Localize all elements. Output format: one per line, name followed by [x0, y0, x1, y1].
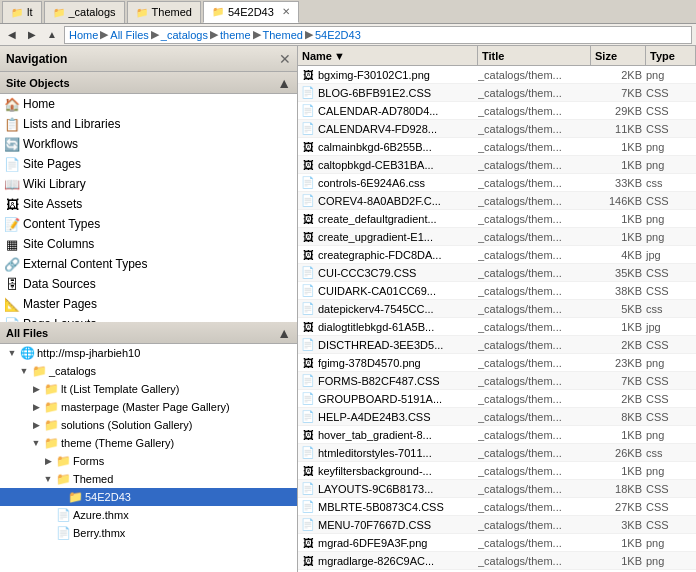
nav-item-wiki[interactable]: 📖 Wiki Library	[0, 174, 297, 194]
file-row[interactable]: 📄 CALENDAR-AD780D4... _catalogs/them... …	[298, 102, 696, 120]
file-row[interactable]: 📄 datepickerv4-7545CC... _catalogs/them.…	[298, 300, 696, 318]
file-row[interactable]: 🖼 create_defaultgradient... _catalogs/th…	[298, 210, 696, 228]
nav-item-content-types[interactable]: 📝 Content Types	[0, 214, 297, 234]
file-name: keyfiltersbackground-...	[318, 465, 478, 477]
file-row[interactable]: 🖼 hover_tab_gradient-8... _catalogs/them…	[298, 426, 696, 444]
tree-item-root[interactable]: ▼ 🌐 http://msp-jharbieh10	[0, 344, 297, 362]
tree-toggle-catalogs[interactable]: ▼	[18, 366, 30, 376]
file-row[interactable]: 📄 BLOG-6BFB91E2.CSS _catalogs/them... 7K…	[298, 84, 696, 102]
col-header-type[interactable]: Type	[646, 46, 696, 65]
file-row[interactable]: 🖼 keyfiltersbackground-... _catalogs/the…	[298, 462, 696, 480]
file-row[interactable]: 📄 controls-6E924A6.css _catalogs/them...…	[298, 174, 696, 192]
tree-toggle-forms[interactable]: ▶	[42, 456, 54, 466]
up-button[interactable]: ▲	[44, 27, 60, 43]
left-panel: Navigation ✕ Site Objects ▲ 🏠 Home 📋 Lis…	[0, 46, 298, 572]
breadcrumb-theme[interactable]: theme	[220, 29, 251, 41]
forward-button[interactable]: ▶	[24, 27, 40, 43]
file-type: CSS	[646, 105, 696, 117]
file-row[interactable]: 📄 FORMS-B82CF487.CSS _catalogs/them... 7…	[298, 372, 696, 390]
all-files-collapse-button[interactable]: ▲	[277, 325, 291, 341]
site-pages-icon: 📄	[4, 157, 20, 172]
tree-item-lt[interactable]: ▶ 📁 lt (List Template Gallery)	[0, 380, 297, 398]
file-row[interactable]: 📄 CALENDARV4-FD928... _catalogs/them... …	[298, 120, 696, 138]
file-row[interactable]: 📄 CUI-CCC3C79.CSS _catalogs/them... 35KB…	[298, 264, 696, 282]
tab-themed-label: Themed	[152, 6, 192, 18]
tree-toggle-lt[interactable]: ▶	[30, 384, 42, 394]
tree-item-54e2d43[interactable]: 📁 54E2D43	[0, 488, 297, 506]
back-button[interactable]: ◀	[4, 27, 20, 43]
tree-item-masterpage[interactable]: ▶ 📁 masterpage (Master Page Gallery)	[0, 398, 297, 416]
file-name: LAYOUTS-9C6B8173...	[318, 483, 478, 495]
file-size: 4KB	[601, 249, 646, 261]
breadcrumb-themed[interactable]: Themed	[263, 29, 303, 41]
col-header-title[interactable]: Title	[478, 46, 591, 65]
tree-toggle-themed[interactable]: ▼	[42, 474, 54, 484]
file-row[interactable]: 📄 DISCTHREAD-3EE3D5... _catalogs/them...…	[298, 336, 696, 354]
tab-close-icon[interactable]: ✕	[282, 6, 290, 17]
file-row[interactable]: 🖼 bgximg-F30102C1.png _catalogs/them... …	[298, 66, 696, 84]
file-type: png	[646, 231, 696, 243]
file-row[interactable]: 🖼 mgrad-6DFE9A3F.png _catalogs/them... 1…	[298, 534, 696, 552]
tree-toggle-solutions[interactable]: ▶	[30, 420, 42, 430]
file-row[interactable]: 📄 MENU-70F7667D.CSS _catalogs/them... 3K…	[298, 516, 696, 534]
file-type: css	[646, 303, 696, 315]
file-row[interactable]: 📄 HELP-A4DE24B3.CSS _catalogs/them... 8K…	[298, 408, 696, 426]
tab-catalogs[interactable]: 📁 _catalogs	[44, 1, 125, 23]
file-size: 2KB	[601, 393, 646, 405]
file-row[interactable]: 📄 MBLRTE-5B0873C4.CSS _catalogs/them... …	[298, 498, 696, 516]
file-name: dialogtitlebkgd-61A5B...	[318, 321, 478, 333]
file-row[interactable]: 🖼 creategraphic-FDC8DA... _catalogs/them…	[298, 246, 696, 264]
nav-item-workflows[interactable]: 🔄 Workflows	[0, 134, 297, 154]
tab-54e2d43[interactable]: 📁 54E2D43 ✕	[203, 1, 299, 23]
col-header-size[interactable]: Size	[591, 46, 646, 65]
tree-toggle-theme[interactable]: ▼	[30, 438, 42, 448]
tree-item-theme[interactable]: ▼ 📁 theme (Theme Gallery)	[0, 434, 297, 452]
file-row[interactable]: 🖼 calmainbkgd-6B255B... _catalogs/them..…	[298, 138, 696, 156]
tree-item-berry[interactable]: 📄 Berry.thmx	[0, 524, 297, 542]
nav-item-master-pages[interactable]: 📐 Master Pages	[0, 294, 297, 314]
file-type-icon: 🖼	[298, 357, 318, 369]
tab-lt[interactable]: 📁 lt	[2, 1, 42, 23]
navigation-close-button[interactable]: ✕	[279, 51, 291, 67]
file-row[interactable]: 📄 LAYOUTS-9C6B8173... _catalogs/them... …	[298, 480, 696, 498]
navigation-title: Navigation	[6, 52, 67, 66]
file-type: jpg	[646, 321, 696, 333]
tree-toggle-root[interactable]: ▼	[6, 348, 18, 358]
right-panel: Name ▼ Title Size Type 🖼 bgximg-F30102C1…	[298, 46, 696, 572]
tab-bar: 📁 lt 📁 _catalogs 📁 Themed 📁 54E2D43 ✕	[0, 0, 696, 24]
file-row[interactable]: 🖼 mgradlarge-826C9AC... _catalogs/them..…	[298, 552, 696, 570]
file-row[interactable]: 🖼 dialogtitlebkgd-61A5B... _catalogs/the…	[298, 318, 696, 336]
tree-item-forms[interactable]: ▶ 📁 Forms	[0, 452, 297, 470]
tab-themed[interactable]: 📁 Themed	[127, 1, 201, 23]
tree-item-azure[interactable]: 📄 Azure.thmx	[0, 506, 297, 524]
file-row[interactable]: 📄 CUIDARK-CA01CC69... _catalogs/them... …	[298, 282, 696, 300]
nav-item-home[interactable]: 🏠 Home	[0, 94, 297, 114]
tree-toggle-masterpage[interactable]: ▶	[30, 402, 42, 412]
nav-item-site-columns[interactable]: ▦ Site Columns	[0, 234, 297, 254]
col-header-name[interactable]: Name ▼	[298, 46, 478, 65]
file-row[interactable]: 🖼 create_upgradient-E1... _catalogs/them…	[298, 228, 696, 246]
nav-item-site-pages[interactable]: 📄 Site Pages	[0, 154, 297, 174]
nav-item-page-layouts[interactable]: 📄 Page Layouts	[0, 314, 297, 322]
breadcrumb-54e2d43[interactable]: 54E2D43	[315, 29, 361, 41]
file-row[interactable]: 🖼 fgimg-378D4570.png _catalogs/them... 2…	[298, 354, 696, 372]
tree-item-solutions[interactable]: ▶ 📁 solutions (Solution Gallery)	[0, 416, 297, 434]
file-size: 26KB	[601, 447, 646, 459]
file-row[interactable]: 🖼 caltopbkgd-CEB31BA... _catalogs/them..…	[298, 156, 696, 174]
breadcrumb-allfiles[interactable]: All Files	[110, 29, 149, 41]
file-row[interactable]: 📄 htmleditorstyles-7011... _catalogs/the…	[298, 444, 696, 462]
nav-item-lists[interactable]: 📋 Lists and Libraries	[0, 114, 297, 134]
workflows-icon: 🔄	[4, 137, 20, 152]
nav-item-site-assets[interactable]: 🖼 Site Assets	[0, 194, 297, 214]
file-row[interactable]: 📄 GROUPBOARD-5191A... _catalogs/them... …	[298, 390, 696, 408]
breadcrumb-catalogs[interactable]: _catalogs	[161, 29, 208, 41]
file-size: 1KB	[601, 555, 646, 567]
file-title: _catalogs/them...	[478, 177, 601, 189]
file-row[interactable]: 📄 COREV4-8A0ABD2F.C... _catalogs/them...…	[298, 192, 696, 210]
nav-item-data-sources[interactable]: 🗄 Data Sources	[0, 274, 297, 294]
tree-item-catalogs[interactable]: ▼ 📁 _catalogs	[0, 362, 297, 380]
tree-item-themed[interactable]: ▼ 📁 Themed	[0, 470, 297, 488]
breadcrumb-home[interactable]: Home	[69, 29, 98, 41]
site-objects-collapse-button[interactable]: ▲	[277, 75, 291, 91]
nav-item-external-content[interactable]: 🔗 External Content Types	[0, 254, 297, 274]
